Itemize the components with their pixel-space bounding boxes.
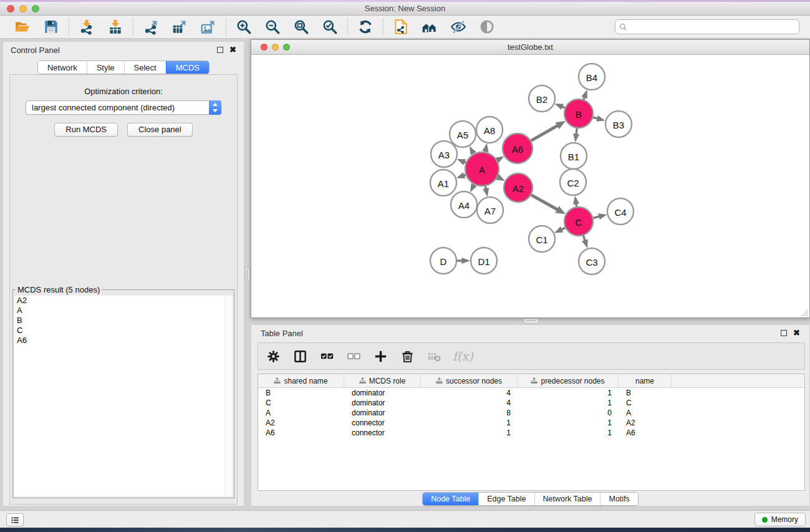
close-panel-icon[interactable]: ✖ [229,47,236,53]
table-cell[interactable]: 1 [518,428,619,438]
tab-select[interactable]: Select [124,61,166,74]
window-resize-grip[interactable] [800,308,808,316]
network-zoom-button[interactable] [283,44,290,51]
table-cell[interactable]: connector [344,418,421,428]
task-history-button[interactable] [6,513,24,526]
gear-button[interactable] [265,348,281,364]
table-cell[interactable]: 4 [421,388,518,398]
tab-network-table[interactable]: Network Table [534,493,600,505]
table-cell[interactable]: C [258,398,344,408]
tab-motifs[interactable]: Motifs [600,493,637,505]
table-row[interactable]: Adominator80A [258,408,804,418]
table-cell[interactable]: B [619,388,672,398]
import-network-button[interactable] [77,17,96,36]
unselect-all-button[interactable] [345,348,362,364]
tab-style[interactable]: Style [87,61,124,74]
network-file-button[interactable] [392,17,410,36]
refresh-button[interactable] [356,17,375,36]
table-cell[interactable]: 8 [421,408,518,418]
mcds-result-item[interactable]: A2 [14,296,233,306]
mcds-result-item[interactable]: A [14,306,233,316]
table-cell[interactable]: C [619,398,672,408]
table-cell[interactable]: 1 [518,398,619,408]
table-cell[interactable]: connector [344,428,421,438]
table-cell[interactable]: 1 [421,418,518,428]
table-cell[interactable]: dominator [344,398,421,408]
network-canvas[interactable]: AA1A2A3A4A5A6A7A8BB1B2B3B4CC1C2C3C4DD1 [252,56,809,317]
table-cell[interactable]: 1 [518,388,619,398]
select-all-button[interactable] [319,348,335,364]
table-cell[interactable]: A [619,408,672,418]
columns-button[interactable] [292,348,308,364]
save-session-button[interactable] [42,17,60,36]
mcds-result-item[interactable]: B [14,316,233,326]
column-header-predecessor-nodes[interactable]: predecessor nodes [518,374,619,387]
zoom-in-button[interactable] [234,17,253,36]
add-button[interactable] [372,348,388,364]
memory-button[interactable]: Memory [755,513,806,526]
run-mcds-button[interactable]: Run MCDS [54,123,118,137]
table-cell[interactable]: A2 [258,418,344,428]
graph-edge-A2-C[interactable] [531,195,558,210]
birdseye-button[interactable] [478,17,496,36]
table-cell[interactable]: 4 [421,398,518,408]
mcds-result-title: MCDS result (5 nodes) [16,285,102,294]
table-cell[interactable]: A6 [619,428,672,438]
network-close-button[interactable] [261,44,268,51]
tab-edge-table[interactable]: Edge Table [478,493,534,505]
search-input[interactable] [628,21,796,33]
table-cell[interactable]: A [258,408,344,418]
graph-edge-A6-B[interactable] [531,125,559,141]
function-builder-button[interactable]: f(x) [453,349,473,363]
vertical-splitter-grip[interactable] [245,267,250,282]
column-header-MCDS-role[interactable]: MCDS role [344,374,421,387]
zoom-out-button[interactable] [263,17,282,36]
tab-mcds[interactable]: MCDS [166,61,209,74]
import-table-button[interactable] [106,17,125,36]
table-cell[interactable]: 1 [518,418,619,428]
open-session-button[interactable] [13,17,32,36]
export-network-button[interactable] [142,17,160,36]
table-row[interactable]: A2connector11A2 [258,418,804,428]
table-row[interactable]: Cdominator41C [258,398,804,408]
delete-table-button[interactable] [426,348,442,364]
result-list-scrollbar[interactable] [224,296,233,496]
zoom-selected-button[interactable] [321,17,339,36]
table-row[interactable]: Bdominator41B [258,388,804,398]
table-cell[interactable]: dominator [344,408,421,418]
table-row[interactable]: A6connector11A6 [258,428,804,438]
home-button[interactable] [420,17,439,36]
column-header-shared-name[interactable]: shared name [258,374,344,387]
minimize-window-button[interactable] [19,5,27,12]
table-cell[interactable]: 1 [421,428,518,438]
search-box[interactable] [615,19,799,34]
network-window-titlebar[interactable]: testGlobe.txt [251,40,809,55]
zoom-window-button[interactable] [32,5,39,12]
mcds-result-item[interactable]: A6 [14,336,233,346]
column-header-name[interactable]: name [619,374,672,387]
table-cell[interactable]: B [258,388,344,398]
table-cell[interactable]: A2 [619,418,672,428]
app-titlebar[interactable]: Session: New Session [0,2,810,16]
table-close-panel-icon[interactable]: ✖ [793,330,800,336]
mcds-result-item[interactable]: C [14,326,233,336]
export-image-button[interactable] [199,17,218,36]
export-table-button[interactable] [170,17,189,36]
horizontal-splitter-grip[interactable] [524,319,539,324]
criterion-dropdown[interactable]: largest connected component (directed) [26,100,221,115]
table-cell[interactable]: A6 [258,428,344,438]
table-float-panel-icon[interactable] [781,330,787,336]
column-header-successor-nodes[interactable]: successor nodes [421,374,518,387]
hide-details-button[interactable] [449,17,468,36]
table-cell[interactable]: dominator [344,388,421,398]
close-window-button[interactable] [7,5,14,12]
graph-node-label-D: D [440,256,447,267]
delete-button[interactable] [399,348,415,364]
table-cell[interactable]: 0 [518,408,619,418]
float-panel-icon[interactable] [217,47,223,53]
tab-node-table[interactable]: Node Table [423,493,478,505]
network-minimize-button[interactable] [272,44,279,51]
close-panel-button[interactable]: Close panel [127,123,193,137]
zoom-fit-button[interactable] [292,17,311,36]
tab-network[interactable]: Network [38,61,87,74]
